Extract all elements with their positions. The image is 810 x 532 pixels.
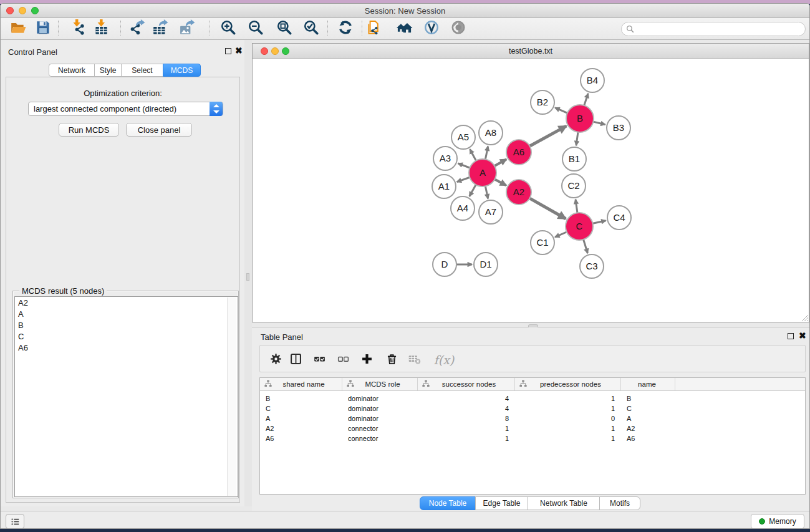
tab-style[interactable]: Style bbox=[94, 64, 122, 77]
search-input[interactable] bbox=[621, 22, 806, 36]
zoom-in-button[interactable] bbox=[219, 19, 238, 38]
network-graph-canvas[interactable]: B4B2BB3A8A5A6A3B1AC2A1A2A4A7C4CC1C3DD1 bbox=[253, 59, 809, 322]
column-header-MCDS-role[interactable]: MCDS role bbox=[342, 378, 418, 390]
tab-network[interactable]: Network bbox=[49, 64, 95, 77]
resize-grip-icon[interactable] bbox=[801, 314, 808, 321]
graph-node-C4[interactable]: C4 bbox=[607, 206, 631, 230]
table-row[interactable]: A2connector11A2 bbox=[260, 423, 805, 433]
graph-node-B4[interactable]: B4 bbox=[581, 69, 604, 92]
graph-edge-C-C3[interactable] bbox=[583, 239, 587, 253]
graph-edge-A-A8[interactable] bbox=[485, 147, 488, 160]
zoom-fit-button[interactable] bbox=[275, 19, 294, 38]
graph-edge-A6-B[interactable] bbox=[529, 126, 567, 147]
graph-node-A4[interactable]: A4 bbox=[451, 196, 475, 220]
graph-edge-A2-C[interactable] bbox=[529, 198, 566, 218]
graph-node-C3[interactable]: C3 bbox=[580, 254, 604, 278]
table-row[interactable]: Cdominator41C bbox=[260, 404, 805, 414]
graph-edge-A-A1[interactable] bbox=[457, 177, 471, 182]
settings-gear-button[interactable] bbox=[268, 352, 283, 367]
show-hide-panel-button[interactable] bbox=[449, 19, 468, 38]
graph-node-B1[interactable]: B1 bbox=[562, 147, 586, 171]
export-image-button[interactable] bbox=[178, 19, 197, 38]
graph-node-A1[interactable]: A1 bbox=[432, 175, 456, 198]
graph-edge-B-B4[interactable] bbox=[584, 94, 589, 106]
graphics-details-button[interactable] bbox=[422, 19, 441, 38]
graph-node-C[interactable]: C bbox=[566, 213, 593, 240]
table-row[interactable]: A6connector11A6 bbox=[260, 433, 805, 443]
memory-button[interactable]: Memory bbox=[751, 514, 804, 529]
table-float-icon[interactable] bbox=[788, 333, 794, 339]
import-network-button[interactable] bbox=[69, 19, 87, 38]
graph-node-B3[interactable]: B3 bbox=[607, 116, 630, 140]
table-close-icon[interactable]: ✖ bbox=[799, 331, 806, 341]
zoom-selected-button[interactable] bbox=[302, 19, 321, 38]
tab-select[interactable]: Select bbox=[121, 64, 163, 77]
column-header-shared-name[interactable]: shared name bbox=[260, 378, 342, 390]
graph-node-A[interactable]: A bbox=[469, 159, 496, 186]
tab-network-table[interactable]: Network Table bbox=[528, 496, 600, 510]
deselect-all-checkboxes-button[interactable] bbox=[335, 352, 350, 367]
graph-node-A7[interactable]: A7 bbox=[479, 200, 503, 224]
zoom-out-button[interactable] bbox=[246, 19, 265, 38]
graph-node-A5[interactable]: A5 bbox=[451, 125, 475, 149]
float-panel-icon[interactable] bbox=[225, 48, 231, 54]
graph-edge-A-A6[interactable] bbox=[494, 159, 506, 166]
mcds-result-item[interactable]: C bbox=[15, 331, 238, 342]
graph-node-A2[interactable]: A2 bbox=[506, 180, 531, 205]
graph-edge-A-A7[interactable] bbox=[485, 186, 488, 199]
graph-node-A6[interactable]: A6 bbox=[506, 140, 531, 165]
graph-node-C1[interactable]: C1 bbox=[531, 231, 554, 254]
graph-node-D1[interactable]: D1 bbox=[474, 253, 498, 276]
columns-button[interactable] bbox=[288, 352, 303, 367]
tab-motifs[interactable]: Motifs bbox=[599, 496, 640, 510]
graph-node-A8[interactable]: A8 bbox=[479, 121, 503, 145]
export-table-button[interactable] bbox=[152, 19, 170, 38]
graph-edge-C-C2[interactable] bbox=[576, 200, 577, 213]
table-row[interactable]: Adominator80A bbox=[260, 414, 805, 423]
column-header-successor-nodes[interactable]: successor nodes bbox=[418, 378, 515, 390]
mcds-result-item[interactable]: A2 bbox=[15, 297, 238, 308]
graph-edge-C-C1[interactable] bbox=[555, 232, 567, 238]
open-file-button[interactable] bbox=[9, 19, 27, 38]
home-button[interactable] bbox=[395, 19, 414, 38]
mcds-result-item[interactable]: A bbox=[15, 308, 238, 319]
tab-node-table[interactable]: Node Table bbox=[420, 496, 476, 510]
criterion-dropdown[interactable]: largest connected component (directed) bbox=[28, 102, 223, 116]
graph-node-D[interactable]: D bbox=[433, 253, 456, 276]
graph-edge-A-A3[interactable] bbox=[458, 163, 471, 168]
graph-edge-C-C4[interactable] bbox=[592, 221, 606, 224]
import-table-button[interactable] bbox=[92, 19, 110, 38]
column-header-predecessor-nodes[interactable]: predecessor nodes bbox=[515, 378, 621, 390]
delete-column-button[interactable] bbox=[384, 352, 399, 367]
close-panel-icon[interactable]: ✖ bbox=[235, 46, 243, 56]
vertical-splitter[interactable] bbox=[244, 40, 252, 506]
graph-node-B2[interactable]: B2 bbox=[531, 90, 554, 114]
graph-node-B[interactable]: B bbox=[566, 105, 594, 132]
task-history-button[interactable] bbox=[6, 514, 24, 529]
graph-edge-B-B3[interactable] bbox=[592, 122, 605, 125]
export-network-button[interactable] bbox=[128, 19, 147, 38]
tab-edge-table[interactable]: Edge Table bbox=[475, 496, 528, 510]
graph-edge-A-A4[interactable] bbox=[470, 184, 476, 196]
graph-edge-A-A5[interactable] bbox=[470, 149, 477, 161]
result-scrollbar[interactable] bbox=[227, 297, 236, 496]
graph-node-A3[interactable]: A3 bbox=[433, 147, 457, 170]
run-mcds-button[interactable]: Run MCDS bbox=[59, 123, 119, 137]
table-row[interactable]: Bdominator41B bbox=[260, 394, 805, 404]
graph-edge-B-B1[interactable] bbox=[576, 132, 578, 145]
graph-edge-B-B2[interactable] bbox=[555, 108, 568, 114]
tab-mcds[interactable]: MCDS bbox=[163, 64, 201, 77]
graph-node-C2[interactable]: C2 bbox=[562, 174, 586, 198]
clone-network-button[interactable] bbox=[364, 19, 383, 38]
add-column-button[interactable] bbox=[359, 352, 374, 367]
select-all-checkboxes-button[interactable] bbox=[312, 352, 327, 367]
close-panel-button[interactable]: Close panel bbox=[126, 123, 192, 137]
graph-edge-A-A2[interactable] bbox=[494, 179, 506, 185]
refresh-button[interactable] bbox=[336, 19, 355, 38]
horizontal-splitter-grip[interactable] bbox=[528, 324, 538, 327]
column-header-name[interactable]: name bbox=[621, 378, 675, 390]
save-session-button[interactable] bbox=[34, 19, 52, 38]
mcds-result-item[interactable]: B bbox=[15, 319, 238, 331]
mcds-result-list[interactable]: A2ABCA6 bbox=[14, 296, 238, 497]
mcds-result-item[interactable]: A6 bbox=[15, 342, 238, 353]
